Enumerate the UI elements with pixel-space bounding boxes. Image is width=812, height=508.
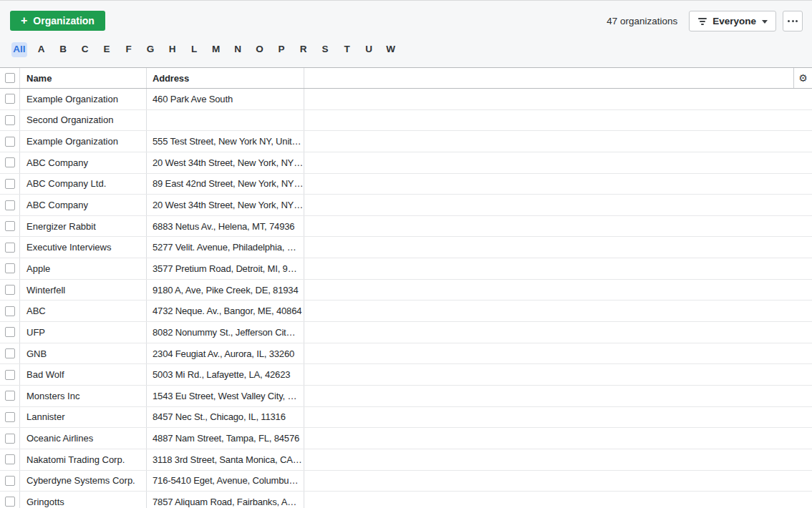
org-name-cell[interactable]: Example Organization: [20, 131, 147, 152]
filter-everyone-dropdown[interactable]: Everyone: [689, 11, 776, 31]
table-row: Energizer Rabbit6883 Netus Av., Helena, …: [0, 216, 812, 238]
org-address-cell: 20 West 34th Street, New York, NY…: [147, 195, 304, 215]
row-checkbox[interactable]: [5, 476, 15, 486]
row-checkbox-cell: [0, 152, 20, 173]
org-name-cell[interactable]: ABC: [20, 301, 147, 321]
row-checkbox-cell: [0, 280, 20, 301]
select-all-checkbox[interactable]: [5, 73, 15, 83]
org-address-cell: 89 East 42nd Street, New York, NY…: [147, 174, 304, 195]
row-empty-cell: [304, 322, 812, 343]
org-address-cell: 20 West 34th Street, New York, NY…: [147, 152, 304, 173]
org-address-cell: 4887 Nam Street, Tampa, FL, 84576: [147, 428, 304, 449]
alphabet-filter-all[interactable]: All: [11, 42, 27, 57]
row-checkbox[interactable]: [5, 391, 15, 401]
row-checkbox[interactable]: [5, 306, 15, 316]
row-checkbox[interactable]: [5, 454, 15, 464]
row-checkbox-cell: [0, 428, 20, 449]
org-name-cell[interactable]: Nakatomi Trading Corp.: [20, 449, 147, 470]
row-checkbox[interactable]: [5, 157, 15, 167]
org-name-cell[interactable]: Winterfell: [20, 280, 147, 301]
row-checkbox[interactable]: [5, 348, 15, 358]
column-header-empty: [304, 68, 793, 88]
org-address-cell: 3118 3rd Street, Santa Monica, CA…: [147, 449, 304, 470]
org-name-cell[interactable]: Example Organization: [20, 89, 147, 109]
org-address-cell: 5277 Velit. Avenue, Philadelphia, …: [147, 237, 304, 258]
row-empty-cell: [304, 280, 812, 301]
chevron-down-icon: [762, 20, 768, 24]
org-name-cell[interactable]: Oceanic Airlines: [20, 428, 147, 449]
alphabet-filter-t[interactable]: T: [339, 42, 355, 57]
row-empty-cell: [304, 343, 812, 364]
column-header-address[interactable]: Address: [147, 68, 304, 88]
row-checkbox[interactable]: [5, 434, 15, 444]
alphabet-filter-l[interactable]: L: [186, 42, 202, 57]
org-name-cell[interactable]: GNB: [20, 343, 147, 364]
row-checkbox-cell: [0, 322, 20, 343]
column-header-name[interactable]: Name: [20, 68, 147, 88]
row-empty-cell: [304, 110, 812, 131]
alphabet-filter-m[interactable]: M: [208, 42, 224, 57]
table-row: Monsters Inc1543 Eu Street, West Valley …: [0, 386, 812, 407]
row-checkbox[interactable]: [5, 137, 15, 147]
alphabet-filter-e[interactable]: E: [99, 42, 115, 57]
org-name-cell[interactable]: Apple: [20, 258, 147, 279]
alphabet-filter-a[interactable]: A: [34, 42, 49, 57]
settings-gear-icon[interactable]: ⚙: [798, 73, 808, 83]
alphabet-filter-r[interactable]: R: [296, 42, 311, 57]
alphabet-filter-b[interactable]: B: [55, 42, 71, 57]
row-checkbox[interactable]: [5, 115, 15, 125]
alphabet-filter-p[interactable]: P: [274, 42, 289, 57]
row-checkbox-cell: [0, 301, 20, 321]
org-name-cell[interactable]: UFP: [20, 322, 147, 343]
row-empty-cell: [304, 258, 812, 279]
row-checkbox[interactable]: [5, 327, 15, 337]
org-address-cell: 1543 Eu Street, West Valley City, …: [147, 386, 304, 406]
row-checkbox[interactable]: [5, 285, 15, 295]
more-options-button[interactable]: [783, 11, 803, 31]
org-name-cell[interactable]: Second Organization: [20, 110, 147, 131]
alphabet-filter-c[interactable]: C: [77, 42, 93, 57]
row-checkbox[interactable]: [5, 221, 15, 231]
row-checkbox[interactable]: [5, 263, 15, 273]
row-empty-cell: [304, 428, 812, 449]
row-empty-cell: [304, 492, 812, 508]
alphabet-filter-s[interactable]: S: [317, 42, 333, 57]
row-checkbox[interactable]: [5, 412, 15, 422]
row-empty-cell: [304, 131, 812, 152]
row-checkbox[interactable]: [5, 243, 15, 253]
org-address-cell: [147, 110, 304, 131]
alphabet-filter-h[interactable]: H: [165, 42, 180, 57]
table-row: GNB2304 Feugiat Av., Aurora, IL, 33260: [0, 343, 812, 365]
org-name-cell[interactable]: ABC Company: [20, 152, 147, 173]
alphabet-filter-w[interactable]: W: [383, 42, 399, 57]
alphabet-filter-f[interactable]: F: [121, 42, 137, 57]
org-name-cell[interactable]: ABC Company: [20, 195, 147, 215]
org-address-cell: 9180 A, Ave, Pike Creek, DE, 81934: [147, 280, 304, 301]
row-checkbox[interactable]: [5, 94, 15, 104]
org-name-cell[interactable]: ABC Company Ltd.: [20, 174, 147, 195]
org-name-cell[interactable]: Monsters Inc: [20, 386, 147, 406]
alphabet-filter-n[interactable]: N: [230, 42, 246, 57]
row-checkbox-cell: [0, 216, 20, 237]
alphabet-filter-u[interactable]: U: [361, 42, 377, 57]
row-checkbox[interactable]: [5, 179, 15, 189]
org-name-cell[interactable]: Cyberdyne Systems Corp.: [20, 471, 147, 492]
row-checkbox[interactable]: [5, 200, 15, 210]
org-name-cell[interactable]: Lannister: [20, 407, 147, 428]
row-checkbox[interactable]: [5, 497, 15, 507]
row-empty-cell: [304, 89, 812, 109]
row-checkbox[interactable]: [5, 370, 15, 380]
row-empty-cell: [304, 216, 812, 237]
row-empty-cell: [304, 386, 812, 406]
plus-icon: +: [21, 15, 27, 26]
row-checkbox-cell: [0, 343, 20, 364]
alphabet-filter-o[interactable]: O: [252, 42, 268, 57]
organizations-table: Name Address ⚙ Example Organization460 P…: [0, 67, 812, 508]
org-name-cell[interactable]: Executive Interviews: [20, 237, 147, 258]
org-name-cell[interactable]: Gringotts: [20, 492, 147, 508]
add-organization-button[interactable]: + Organization: [10, 11, 105, 31]
alphabet-filter-g[interactable]: G: [142, 42, 158, 57]
org-name-cell[interactable]: Energizer Rabbit: [20, 216, 147, 237]
org-address-cell: 4732 Neque. Av., Bangor, ME, 40864: [147, 301, 304, 321]
org-name-cell[interactable]: Bad Wolf: [20, 364, 147, 385]
